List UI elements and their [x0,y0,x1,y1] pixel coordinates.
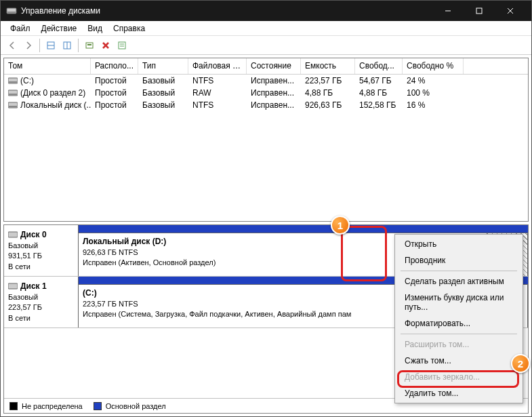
col-status[interactable]: Состояние [247,58,301,74]
menu-action[interactable]: Действие [36,22,83,35]
col-capacity[interactable]: Емкость [301,58,355,74]
col-fs[interactable]: Файловая с... [188,58,247,74]
col-pct[interactable]: Свободно % [403,58,464,74]
ctx-extend: Расширить том... [396,336,521,353]
menu-file[interactable]: Файл [5,22,36,35]
svg-rect-18 [9,81,17,83]
menu-help[interactable]: Справка [108,22,150,35]
context-menu: Открыть Проводник Сделать раздел активны… [394,234,523,403]
disk-icon [8,282,18,290]
col-type[interactable]: Тип [138,58,188,74]
volume-icon [8,101,18,109]
refresh-icon[interactable] [82,38,97,53]
back-button[interactable] [5,38,20,53]
disk-icon [8,231,18,239]
ctx-shrink[interactable]: Сжать том... [396,353,521,369]
ctx-explorer[interactable]: Проводник [396,252,521,269]
svg-rect-22 [9,106,17,107]
disk-0-title: Диск 0 [20,229,47,241]
disk-1-state: В сети [8,313,74,323]
table-row[interactable]: Локальный диск (...ПростойБазовыйNTFSИсп… [4,99,528,111]
svg-rect-11 [87,44,91,45]
forward-button[interactable] [21,38,36,53]
legend-primary-label: Основной раздел [106,402,166,410]
table-row[interactable]: (C:)ПростойБазовыйNTFSИсправен...223,57 … [4,75,528,87]
ctx-make-active[interactable]: Сделать раздел активным [396,273,521,290]
view-list-icon[interactable] [43,38,58,53]
svg-rect-24 [8,283,18,289]
disk-0-bar [79,225,528,233]
disk-1-size: 223,57 ГБ [8,302,74,313]
disk-1-title: Диск 1 [20,281,47,292]
svg-rect-14 [119,42,125,49]
minimize-button[interactable] [432,1,464,21]
legend-unalloc-label: Не распределена [22,402,83,410]
menu-bar: Файл Действие Вид Справка [1,21,531,36]
ctx-format[interactable]: Форматировать... [396,315,521,332]
maximize-button[interactable] [464,1,495,21]
col-volume[interactable]: Том [4,58,91,74]
volume-icon [8,77,18,85]
legend-unalloc-swatch [9,402,18,410]
ctx-change-letter[interactable]: Изменить букву диска или путь... [396,290,521,315]
disk-1-type: Базовый [8,292,74,302]
disk-0-size: 931,51 ГБ [8,251,74,261]
legend-primary-swatch [94,402,102,410]
disk-0-state: В сети [8,262,74,272]
col-free[interactable]: Свобод... [355,58,403,74]
properties-icon[interactable] [115,38,129,53]
app-icon [6,5,17,16]
volume-icon [8,89,18,97]
menu-view[interactable]: Вид [82,22,108,35]
svg-rect-3 [476,8,482,14]
disk-0-type: Базовый [8,241,74,251]
ctx-open[interactable]: Открыть [396,236,521,252]
close-button[interactable] [495,1,526,21]
title-bar: Управление дисками [1,1,531,21]
table-row[interactable]: (Диск 0 раздел 2)ПростойБазовыйRAWИсправ… [4,87,528,99]
svg-rect-23 [8,232,18,237]
view-detail-icon[interactable] [60,38,75,53]
volume-grid: Том Располо... Тип Файловая с... Состоян… [3,58,529,222]
toolbar [1,36,531,55]
svg-rect-1 [7,12,16,13]
svg-rect-20 [9,94,17,95]
window-title: Управление дисками [21,6,432,16]
col-layout[interactable]: Располо... [91,58,138,74]
delete-icon[interactable] [98,38,113,53]
ctx-add-mirror: Добавить зеркало... [396,369,521,385]
ctx-delete[interactable]: Удалить том... [396,385,521,401]
